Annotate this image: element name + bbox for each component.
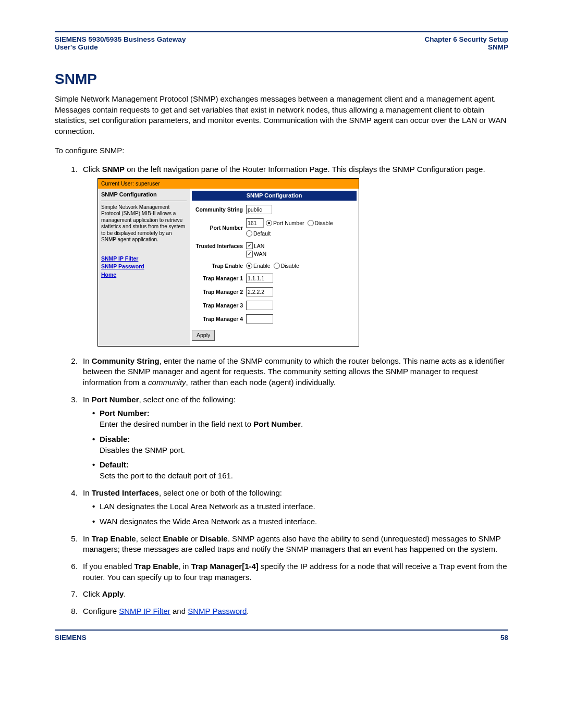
fig-left-title: SNMP Configuration — [101, 191, 187, 201]
radio-default[interactable]: Default — [246, 230, 271, 237]
input-tm1[interactable] — [246, 274, 273, 283]
check-lan[interactable]: ✓LAN — [246, 242, 264, 250]
snmp-config-screenshot: Current User: superuser SNMP Configurati… — [97, 178, 359, 347]
header-right-1: Chapter 6 Security Setup — [424, 35, 508, 43]
input-tm4[interactable] — [246, 314, 273, 324]
step-4-wan: WAN designates the Wide Area Network as … — [92, 516, 508, 527]
step-6: If you enabled Trap Enable, in Trap Mana… — [80, 561, 508, 583]
label-community: Community String — [192, 206, 246, 213]
fig-left-desc: Simple Network Management Protocol (SNMP… — [101, 204, 187, 243]
step-3-opt-disable: Disable: Disables the SNMP port. — [92, 434, 508, 455]
step-5: In Trap Enable, select Enable or Disable… — [80, 534, 508, 555]
input-port[interactable] — [246, 218, 264, 228]
input-community[interactable] — [246, 205, 272, 214]
step-4-lan: LAN designates the Local Area Network as… — [92, 501, 508, 512]
input-tm3[interactable] — [246, 301, 273, 310]
label-tm1: Trap Manager 1 — [192, 275, 246, 282]
fig-right-pane: SNMP Configuration Community String Port… — [190, 189, 359, 346]
lead-text: To configure SNMP: — [55, 145, 508, 156]
radio-port-number[interactable]: Port Number — [266, 219, 304, 227]
radio-disable-2[interactable]: Disable — [274, 262, 299, 269]
apply-button[interactable]: Apply — [192, 330, 215, 340]
steps-list: Click SNMP on the left navigation pane o… — [67, 164, 508, 616]
intro-paragraph: Simple Network Management Protocol (SNMP… — [55, 94, 508, 137]
label-tm2: Trap Manager 2 — [192, 288, 246, 295]
link-snmp-password[interactable]: SNMP Password — [101, 263, 187, 270]
radio-disable[interactable]: Disable — [308, 219, 333, 227]
page-footer: SIEMENS 58 — [55, 630, 508, 641]
step-7: Click Apply. — [80, 589, 508, 600]
page-header: SIEMENS 5930/5935 Business Gateway User'… — [55, 31, 508, 51]
label-trusted: Trusted Interfaces — [192, 241, 246, 250]
link-snmp-password-doc[interactable]: SNMP Password — [188, 607, 247, 615]
footer-right: 58 — [500, 634, 508, 641]
label-port: Port Number — [192, 224, 246, 231]
step-3-opt-portnumber: Port Number: Enter the desired number in… — [92, 408, 508, 429]
step-3: In Port Number, select one of the follow… — [80, 394, 508, 482]
step-8: Configure SNMP IP Filter and SNMP Passwo… — [80, 606, 508, 617]
footer-left: SIEMENS — [55, 634, 87, 641]
check-wan[interactable]: ✓WAN — [246, 250, 266, 257]
step-2: In Community String, enter the name of t… — [80, 356, 508, 388]
link-home[interactable]: Home — [101, 271, 187, 278]
header-left-1: SIEMENS 5930/5935 Business Gateway — [55, 35, 186, 43]
link-snmp-ip-filter-doc[interactable]: SNMP IP Filter — [119, 607, 170, 615]
label-trap-enable: Trap Enable — [192, 262, 246, 269]
panel-title: SNMP Configuration — [192, 191, 357, 201]
header-right-2: SNMP — [424, 43, 508, 51]
link-snmp-ip-filter[interactable]: SNMP IP Filter — [101, 255, 187, 262]
header-left-2: User's Guide — [55, 43, 186, 51]
page-title: SNMP — [55, 71, 508, 88]
input-tm2[interactable] — [246, 287, 273, 297]
step-3-opt-default: Default: Sets the port to the default po… — [92, 460, 508, 481]
step-4: In Trusted Interfaces, select one or bot… — [80, 488, 508, 527]
step-1: Click SNMP on the left navigation pane o… — [80, 164, 508, 346]
current-user-bar: Current User: superuser — [98, 179, 359, 188]
label-tm4: Trap Manager 4 — [192, 315, 246, 323]
radio-enable[interactable]: Enable — [246, 262, 271, 269]
fig-left-pane: SNMP Configuration Simple Network Manage… — [98, 189, 190, 346]
label-tm3: Trap Manager 3 — [192, 302, 246, 309]
